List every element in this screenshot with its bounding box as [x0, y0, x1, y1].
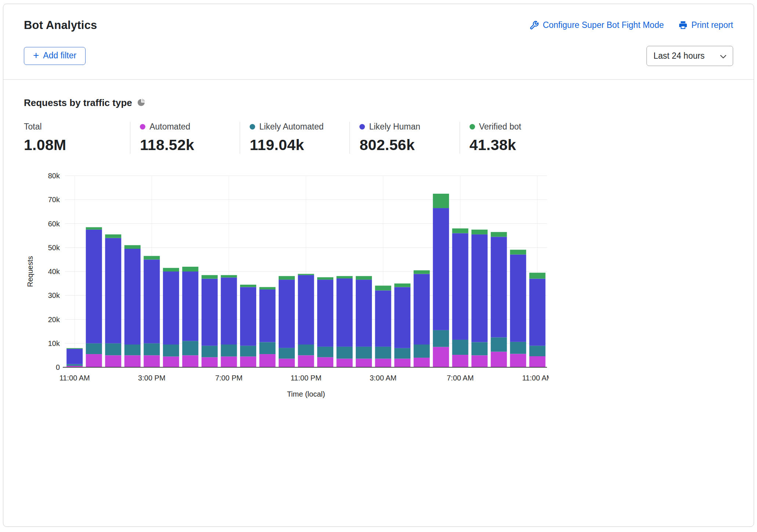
verified-bot-legend-dot	[470, 124, 475, 130]
plus-icon: +	[33, 50, 39, 61]
requests-chart: 010k20k30k40k50k60k70k80k11:00 AM3:00 PM…	[24, 170, 733, 404]
configure-super-bot-fight-mode-link[interactable]: Configure Super Bot Fight Mode	[529, 20, 664, 30]
add-filter-button[interactable]: + Add filter	[24, 47, 86, 65]
time-range-value: Last 24 hours	[653, 51, 705, 61]
svg-text:80k: 80k	[48, 172, 60, 180]
stat-likely-human-value: 802.56k	[359, 136, 459, 154]
time-range-select[interactable]: Last 24 hours	[646, 46, 733, 66]
stat-total: Total 1.08M	[24, 122, 130, 154]
stat-verified-bot-value: 41.38k	[470, 136, 547, 154]
svg-text:0: 0	[56, 363, 60, 371]
requests-by-traffic-type-section: Requests by traffic type Total 1.08M Aut…	[3, 80, 754, 404]
svg-text:7:00 PM: 7:00 PM	[215, 374, 242, 382]
likely-automated-legend-dot	[250, 124, 255, 130]
stat-likely-automated: Likely Automated 119.04k	[240, 122, 349, 154]
svg-text:10k: 10k	[48, 339, 60, 347]
stat-automated: Automated 118.52k	[130, 122, 240, 154]
section-title: Requests by traffic type	[24, 97, 132, 109]
stat-total-label: Total	[24, 122, 42, 132]
traffic-stats-row: Total 1.08M Automated 118.52k Likely Aut…	[24, 122, 547, 154]
configure-link-label: Configure Super Bot Fight Mode	[543, 20, 664, 30]
svg-text:30k: 30k	[48, 291, 60, 299]
svg-text:Requests: Requests	[26, 256, 34, 287]
stat-automated-value: 118.52k	[140, 136, 240, 154]
svg-text:11:00 AM: 11:00 AM	[59, 374, 90, 382]
svg-text:60k: 60k	[48, 220, 60, 228]
add-filter-label: Add filter	[43, 51, 76, 61]
print-report-link[interactable]: Print report	[678, 20, 733, 30]
printer-icon	[678, 21, 688, 30]
svg-text:11:00 PM: 11:00 PM	[290, 374, 321, 382]
stat-verified-bot-label: Verified bot	[479, 122, 521, 132]
svg-text:20k: 20k	[48, 316, 60, 324]
svg-text:3:00 PM: 3:00 PM	[138, 374, 165, 382]
automated-legend-dot	[140, 124, 145, 130]
svg-text:40k: 40k	[48, 267, 60, 276]
card-header: Bot Analytics Configure Super Bot Fight …	[3, 4, 754, 80]
chevron-down-icon	[720, 51, 726, 61]
stacked-bar-chart-svg: 010k20k30k40k50k60k70k80k11:00 AM3:00 PM…	[24, 170, 549, 402]
stat-total-value: 1.08M	[24, 136, 130, 154]
stat-likely-human: Likely Human 802.56k	[349, 122, 459, 154]
stat-automated-label: Automated	[149, 122, 190, 132]
svg-text:50k: 50k	[48, 244, 60, 252]
page-title: Bot Analytics	[24, 19, 97, 32]
stat-likely-automated-label: Likely Automated	[259, 122, 323, 132]
svg-text:70k: 70k	[48, 196, 60, 204]
svg-text:11:00 AM: 11:00 AM	[522, 374, 549, 382]
svg-text:Time (local): Time (local)	[287, 390, 325, 398]
stat-verified-bot: Verified bot 41.38k	[460, 122, 547, 154]
print-link-label: Print report	[691, 20, 733, 30]
bot-analytics-card: Bot Analytics Configure Super Bot Fight …	[3, 4, 754, 527]
stat-likely-human-label: Likely Human	[369, 122, 420, 132]
wrench-icon	[529, 21, 539, 30]
likely-human-legend-dot	[359, 124, 365, 130]
svg-text:7:00 AM: 7:00 AM	[447, 374, 474, 382]
pie-chart-icon	[137, 98, 146, 108]
stat-likely-automated-value: 119.04k	[250, 136, 349, 154]
svg-text:3:00 AM: 3:00 AM	[370, 374, 396, 382]
